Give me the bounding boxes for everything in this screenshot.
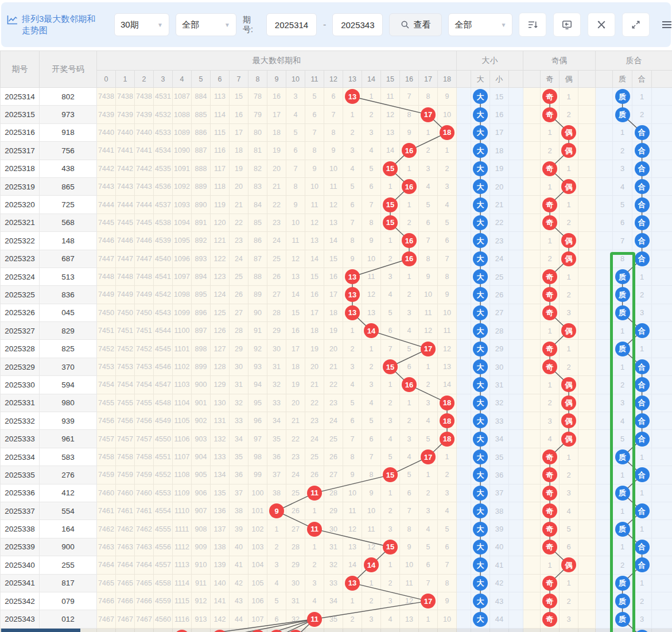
view-button[interactable]: 查看 (389, 13, 442, 36)
miss-cell: 11 (305, 196, 324, 214)
miss-cell: 4 (419, 412, 438, 430)
odd-cell: 奇 (541, 574, 560, 592)
big-cell: 大 (471, 286, 490, 304)
hit-circle: 合 (635, 251, 650, 266)
miss-cell: 13 (343, 538, 362, 556)
miss-cell: 9 (362, 484, 381, 502)
miss-cell: 6 (362, 177, 381, 195)
miss-cell: 2 (343, 340, 362, 358)
hit-circle: 奇 (542, 305, 557, 320)
big-cell: 大 (471, 232, 490, 250)
draw-number-cell: 370 (40, 358, 97, 375)
miss-cell: 12 (400, 592, 419, 610)
small-miss-cell: 34 (490, 430, 509, 448)
miss-cell: 7446 (97, 232, 116, 250)
table-row: 2025317756744174417441453410908871161881… (1, 142, 672, 160)
hit-circle: 13 (345, 576, 360, 591)
miss-cell: 7 (305, 123, 324, 141)
miss-cell: 24 (267, 232, 286, 250)
small-miss-cell: 22 (490, 214, 509, 231)
table-row: 2025315973743974397439453210888851141679… (1, 106, 672, 123)
miss-cell: 113 (211, 88, 230, 106)
footer-cell: 8 (248, 628, 267, 632)
miss-cell: 14 (381, 142, 400, 160)
period-cell: 2025342 (1, 592, 40, 610)
miss-cell: 7458 (116, 448, 135, 466)
miss-cell: 139 (211, 556, 230, 574)
miss-cell: 4533 (154, 123, 173, 141)
hit-circle: 偶 (561, 377, 576, 392)
miss-cell: 115 (211, 123, 230, 141)
miss-cell: 7438 (97, 88, 116, 106)
miss-cell: 10 (438, 106, 457, 123)
miss-cell: 7457 (116, 430, 135, 448)
miss-cell: 20 (267, 160, 286, 177)
periods-dropdown[interactable]: 30期 ▼ (114, 13, 169, 36)
miss-cell: 7453 (116, 358, 135, 375)
miss-cell: 9 (400, 123, 419, 141)
miss-cell: 7441 (116, 142, 135, 160)
prime-cell: 7 (613, 232, 632, 250)
miss-cell: 18 (438, 123, 457, 141)
miss-cell: 15 (286, 304, 305, 321)
miss-cell: 21 (230, 196, 248, 214)
prime-composite-group-header: 质合 (596, 51, 672, 71)
miss-cell: 2 (381, 574, 400, 592)
hit-circle: 大 (473, 612, 488, 627)
miss-cell: 1087 (173, 88, 192, 106)
filter-dropdown-1[interactable]: 全部 ▼ (176, 13, 236, 36)
miss-cell: 5 (267, 592, 286, 610)
column-header: 8 (248, 71, 267, 88)
edit-tools-button[interactable] (588, 13, 615, 37)
miss-cell: 118 (211, 177, 230, 195)
table-row: 2025320725744474447444453710938901192184… (1, 196, 672, 214)
miss-cell: 9 (324, 142, 343, 160)
odd-cell: 2 (541, 142, 560, 160)
miss-cell: 7447 (97, 250, 116, 267)
period-from-input[interactable]: 2025314 (266, 13, 317, 36)
period-to-input[interactable]: 2025343 (332, 13, 383, 36)
hit-circle: 14 (364, 557, 379, 572)
footer-cell (362, 628, 381, 632)
composite-cell: 2 (632, 286, 652, 304)
toolbar-actions (519, 13, 672, 37)
fullscreen-button[interactable] (622, 13, 650, 37)
table-row: 2025338164746274627462455511119081373910… (1, 520, 672, 538)
miss-cell: 1 (381, 556, 400, 574)
miss-cell: 11 (362, 267, 381, 285)
miss-cell: 3 (267, 556, 286, 574)
miss-cell: 3 (305, 574, 324, 592)
sort-button[interactable] (519, 13, 546, 37)
miss-cell: 16 (400, 232, 419, 250)
miss-cell: 5 (400, 340, 419, 358)
period-cell: 2025321 (1, 214, 40, 231)
screenshot-button[interactable] (553, 13, 581, 37)
miss-cell: 127 (211, 340, 230, 358)
prime-cell: 1 (613, 358, 632, 375)
miss-cell: 1 (419, 358, 438, 375)
miss-cell: 13 (362, 304, 381, 321)
hit-circle: 合 (635, 233, 650, 248)
miss-cell: 6 (362, 430, 381, 448)
hit-circle: 奇 (542, 467, 557, 482)
odd-cell: 奇 (541, 340, 560, 358)
prediction-area-button[interactable]: 预测区 + (1, 629, 80, 632)
draw-number-cell: 918 (40, 123, 97, 141)
miss-cell: 899 (192, 358, 211, 375)
miss-cell: 1116 (173, 610, 192, 628)
page: 排列3最大数邻期和走势图 30期 ▼ 全部 ▼ 期号: 2025314 - 20… (0, 2, 672, 632)
miss-cell: 6 (324, 88, 343, 106)
big-cell: 大 (471, 448, 490, 466)
prime-cell: 质 (613, 448, 632, 466)
miss-cell: 5 (419, 196, 438, 214)
hit-circle: 大 (473, 432, 488, 447)
menu-button[interactable] (657, 13, 672, 36)
miss-cell: 120 (211, 214, 230, 231)
filter-dropdown-2[interactable]: 全部 ▼ (448, 13, 512, 36)
table-row: 2025332939745674567456454911059021313396… (1, 412, 672, 430)
column-header: 12 (324, 71, 343, 88)
miss-cell: 38 (230, 502, 248, 519)
miss-cell: 7441 (135, 142, 154, 160)
miss-cell: 7467 (116, 610, 135, 628)
miss-cell: 902 (192, 412, 211, 430)
